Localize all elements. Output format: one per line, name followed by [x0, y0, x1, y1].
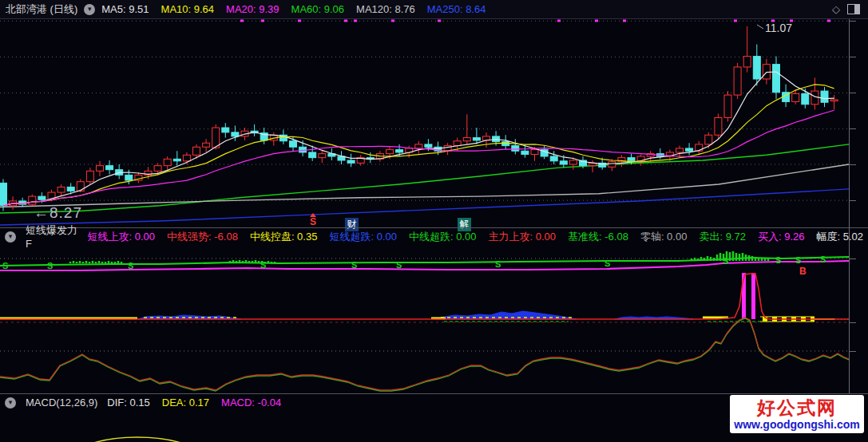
svg-text:B: B — [799, 266, 807, 277]
axis-tick — [849, 258, 856, 259]
indicator-stat: 短线上攻: 0.00 — [88, 230, 156, 244]
ma-item: MA250: 8.64 — [427, 3, 486, 15]
axis-tick — [849, 200, 856, 201]
axis-tick — [849, 164, 856, 165]
indicator-panel-header: ▾ 短线爆发力F 短线上攻: 0.00中线强势: -6.08中线控盘: 0.35… — [0, 229, 868, 244]
main-candlestick-chart[interactable] — [0, 19, 868, 228]
svg-text:S: S — [775, 255, 781, 265]
panel-separator — [0, 393, 868, 394]
chevron-down-icon[interactable]: ▾ — [84, 4, 95, 15]
svg-text:S: S — [128, 261, 133, 270]
stock-app-window: 北部湾港 (日线) ▾ MA5: 9.51MA10: 9.64MA20: 9.3… — [0, 0, 868, 442]
axis-tick — [849, 93, 856, 93]
indicator-stat: 中线超跌: 0.00 — [409, 230, 477, 244]
svg-text:S: S — [260, 260, 266, 270]
ma-item: MA5: 9.51 — [101, 3, 149, 15]
indicator-stat: 中线强势: -6.08 — [167, 230, 238, 244]
indicator-stat: 主力上攻: 0.00 — [488, 230, 556, 244]
axis-tick — [849, 128, 856, 129]
macd-stat: DIF: 0.15 — [107, 397, 149, 408]
panel-separator — [0, 227, 868, 228]
indicator-stat: 卖出: 9.72 — [699, 230, 746, 244]
svg-text:S: S — [396, 260, 402, 270]
goodgongshi-logo: 好公式网 www.goodgongshi.com — [730, 395, 864, 433]
macd-title: MACD(12,26,9) — [26, 397, 97, 408]
indicator-stats: 短线上攻: 0.00中线强势: -6.08中线控盘: 0.35短线超跌: 0.0… — [88, 230, 864, 244]
chevron-down-icon[interactable]: ▾ — [5, 397, 16, 408]
indicator-stat: 短线超跌: 0.00 — [329, 230, 397, 244]
logo-url: www.goodgongshi.com — [734, 418, 859, 431]
ma-item: MA20: 9.39 — [226, 3, 279, 15]
logo-name: 好公式网 — [757, 398, 837, 418]
indicator-stat: 中线控盘: 0.35 — [250, 230, 318, 244]
chevron-down-icon[interactable]: ▾ — [5, 231, 16, 243]
ma-item: MA10: 9.64 — [161, 3, 215, 15]
diamond-icon[interactable]: ◇ — [832, 4, 840, 14]
ma-item: MA60: 9.06 — [291, 3, 345, 15]
svg-text:S: S — [820, 255, 826, 264]
axis-tick — [849, 351, 856, 352]
indicator-chart[interactable]: SSSSSSSSSSSSB — [0, 244, 868, 393]
stock-title: 北部湾港 (日线) — [6, 2, 77, 17]
high-price-annotation: 11.07 — [765, 22, 792, 34]
svg-text:S: S — [795, 255, 801, 265]
ma-legend: MA5: 9.51MA10: 9.64MA20: 9.39MA60: 9.06M… — [101, 3, 486, 15]
svg-text:S: S — [47, 261, 53, 270]
topbar: 北部湾港 (日线) ▾ MA5: 9.51MA10: 9.64MA20: 9.3… — [0, 0, 868, 19]
axis-tick — [849, 21, 856, 22]
axis-tick — [849, 322, 856, 323]
indicator-stat: 幅度: 5.02 — [816, 230, 863, 244]
topbar-icons: ◇ — [832, 4, 860, 14]
macd-stats: DIF: 0.15DEA: 0.17MACD: -0.04 — [107, 397, 281, 408]
svg-text:S: S — [2, 261, 8, 270]
svg-text:S: S — [604, 258, 610, 268]
indicator-stat: 零轴: 0.00 — [640, 230, 688, 244]
svg-text:S: S — [723, 256, 728, 266]
axis-tick — [849, 57, 856, 57]
svg-text:S: S — [495, 259, 501, 269]
indicator-stat: 基准线: -6.08 — [568, 230, 628, 244]
ma-item: MA120: 8.76 — [356, 3, 415, 15]
indicator-stat: 买入: 9.26 — [758, 230, 805, 244]
macd-stat: MACD: -0.04 — [221, 397, 281, 408]
macd-stat: DEA: 0.17 — [162, 397, 209, 408]
right-axis-border — [849, 19, 850, 393]
split-window-icon[interactable] — [847, 4, 860, 14]
svg-text:S: S — [351, 260, 357, 270]
low-price-annotation: ←8.27 — [34, 204, 82, 222]
sell-signal-marker: S — [308, 213, 318, 227]
